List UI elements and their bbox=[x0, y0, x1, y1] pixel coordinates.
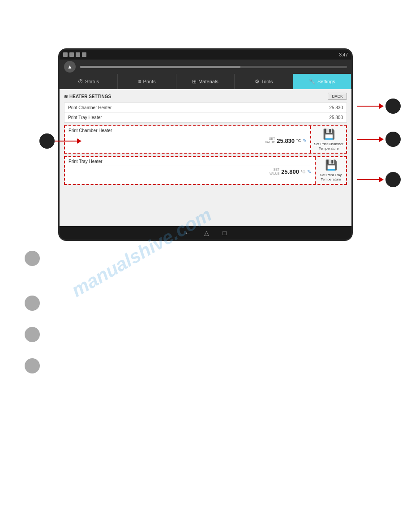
bottom-nav: ← △ □ bbox=[60, 226, 351, 240]
edit-icon-1[interactable]: ✎ bbox=[303, 138, 307, 144]
status-icon-3 bbox=[76, 52, 80, 57]
tab-materials-label: Materials bbox=[198, 79, 218, 84]
save-chamber-label: Set Print ChamberTemperature bbox=[314, 142, 343, 151]
back-button[interactable]: BACK bbox=[328, 93, 347, 100]
tools-icon: ⚙ bbox=[255, 78, 260, 85]
tab-settings-label: Settings bbox=[317, 79, 335, 84]
bullet-4 bbox=[25, 358, 40, 373]
callout-arrow-3 bbox=[357, 172, 401, 187]
section-title-text: HEATER SETTINGS bbox=[69, 94, 111, 99]
row1-value: 25.830 bbox=[329, 105, 343, 110]
row2-value: 25.800 bbox=[329, 115, 343, 120]
tablet-inner: 3:47 ▲ ⏱ Status ≡ Prints bbox=[60, 50, 351, 240]
save-tray-icon: 💾 bbox=[325, 159, 337, 172]
readonly-rows: Print Chamber Heater 25.830 Print Tray H… bbox=[64, 103, 347, 123]
section-header: ≋ HEATER SETTINGS BACK bbox=[64, 93, 347, 100]
set-value-label-1: SETVALUE bbox=[265, 137, 275, 145]
readonly-row-2: Print Tray Heater 25.800 bbox=[64, 112, 347, 122]
status-icon-2 bbox=[69, 52, 74, 57]
readonly-row-1: Print Chamber Heater 25.830 bbox=[64, 103, 347, 112]
status-icon: ⏱ bbox=[78, 78, 83, 85]
app-logo: ▲ bbox=[64, 61, 76, 73]
set-value-label-2: SETVALUE bbox=[270, 168, 279, 176]
tab-status[interactable]: ⏱ Status bbox=[60, 74, 118, 89]
heater-icon: ≋ bbox=[64, 94, 68, 99]
tab-status-label: Status bbox=[85, 79, 99, 84]
status-bar: 3:47 bbox=[60, 50, 351, 60]
bullet-2 bbox=[25, 296, 40, 311]
save-chamber-icon: 💾 bbox=[323, 128, 335, 141]
row1-label: Print Chamber Heater bbox=[68, 105, 111, 110]
status-icon-4 bbox=[82, 52, 86, 57]
editable-row1-label: Print Chamber Heater bbox=[68, 128, 112, 133]
recent-nav-button[interactable]: □ bbox=[223, 229, 226, 236]
tab-prints-label: Prints bbox=[143, 79, 156, 84]
editable-unit-1: °C bbox=[296, 138, 301, 143]
save-tray-label: Set Print TrayTemperature bbox=[320, 173, 342, 182]
page: 3:47 ▲ ⏱ Status ≡ Prints bbox=[0, 0, 411, 532]
row2-label: Print Tray Heater bbox=[68, 115, 102, 120]
tab-materials[interactable]: ⊞ Materials bbox=[176, 74, 235, 89]
bullet-3 bbox=[25, 327, 40, 342]
bullet-1 bbox=[25, 251, 40, 266]
editable-unit-2: °C bbox=[301, 170, 305, 174]
tab-prints[interactable]: ≡ Prints bbox=[118, 74, 176, 89]
section-title: ≋ HEATER SETTINGS bbox=[64, 94, 111, 99]
back-nav-button[interactable]: ← bbox=[184, 229, 191, 236]
nav-tabs: ⏱ Status ≡ Prints ⊞ Materials ⚙ Tools 🔧 bbox=[60, 74, 351, 89]
status-bar-left bbox=[63, 52, 86, 57]
tablet-frame: 3:47 ▲ ⏱ Status ≡ Prints bbox=[58, 48, 353, 241]
save-chamber-button[interactable]: 💾 Set Print ChamberTemperature bbox=[310, 126, 346, 153]
tab-settings[interactable]: 🔧 Settings bbox=[293, 74, 351, 89]
status-icon-1 bbox=[63, 52, 68, 57]
callout-arrow-4 bbox=[39, 133, 81, 149]
content-area: ≋ HEATER SETTINGS BACK Print Chamber Hea… bbox=[60, 89, 351, 226]
save-tray-button[interactable]: 💾 Set Print TrayTemperature bbox=[315, 157, 346, 184]
status-time: 3:47 bbox=[339, 52, 348, 57]
editable-value-2: 25.800 bbox=[281, 168, 299, 175]
callout-arrow-2 bbox=[357, 132, 401, 147]
settings-icon: 🔧 bbox=[309, 78, 316, 85]
callout-arrow-1 bbox=[357, 99, 401, 114]
home-nav-button[interactable]: △ bbox=[204, 229, 209, 236]
materials-icon: ⊞ bbox=[192, 78, 197, 85]
editable-value-1: 25.830 bbox=[277, 137, 295, 144]
prints-icon: ≡ bbox=[138, 78, 141, 85]
tab-tools-label: Tools bbox=[261, 79, 273, 84]
tab-tools[interactable]: ⚙ Tools bbox=[235, 74, 293, 89]
edit-icon-2[interactable]: ✎ bbox=[307, 169, 311, 175]
editable-row2-label: Print Tray Heater bbox=[68, 159, 103, 164]
